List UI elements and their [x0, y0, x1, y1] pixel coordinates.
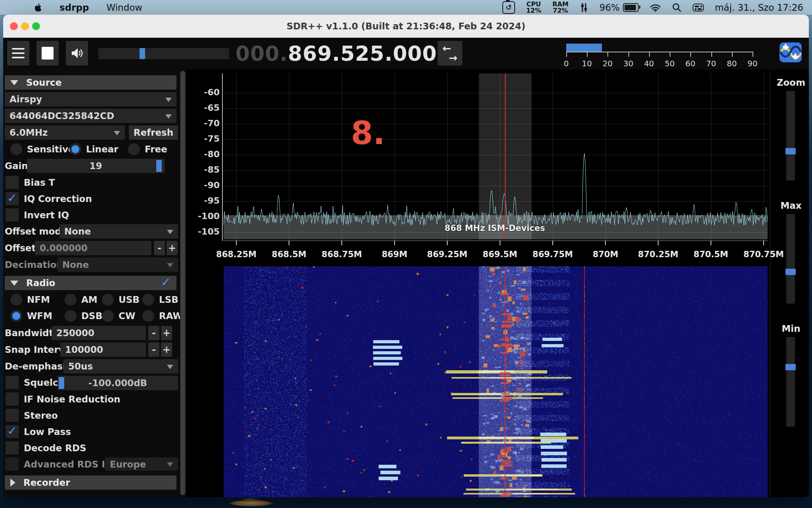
offset-increment-button[interactable]: + — [167, 241, 178, 255]
mode-am[interactable]: AM — [65, 294, 98, 306]
snr-scale-tick — [711, 52, 712, 57]
gain-value: 19 — [27, 159, 165, 173]
wifi-icon[interactable] — [650, 3, 661, 12]
squelch-slider-handle[interactable] — [59, 377, 64, 389]
radio-panel-header[interactable]: Radio ✓ — [5, 276, 176, 290]
recorder-panel-header[interactable]: Recorder — [5, 475, 176, 490]
max-slider-handle[interactable] — [785, 269, 796, 275]
chevron-down-icon — [165, 114, 172, 119]
gain-slider[interactable]: 19 — [27, 159, 165, 173]
mode-label: USB — [119, 294, 140, 305]
desktop-island-image — [229, 500, 273, 506]
mode-nfm[interactable]: NFM — [10, 294, 50, 306]
frequency-display[interactable]: 000.869.525.000 — [241, 39, 431, 68]
source-panel-header[interactable]: Source — [5, 75, 176, 90]
bandwidth-decrement-button[interactable]: - — [148, 326, 159, 340]
gain-mode-linear[interactable]: Linear — [69, 143, 118, 155]
snap-decrement-button[interactable]: - — [148, 343, 159, 357]
gain-mode-sensitive[interactable]: Sensitive — [10, 143, 75, 155]
max-slider[interactable] — [786, 214, 795, 304]
tools-menu-icon[interactable] — [580, 3, 588, 12]
refresh-button[interactable]: Refresh — [129, 125, 178, 140]
squelch-value: -100.000dB — [57, 376, 178, 390]
snap-interval-input[interactable]: 100000 — [60, 343, 146, 357]
gain-slider-handle[interactable] — [156, 160, 162, 172]
sidebar-scrollbar-thumb[interactable] — [180, 71, 185, 495]
clipboard-history-icon[interactable]: ↺ — [502, 1, 515, 14]
zoom-slider[interactable] — [786, 91, 795, 181]
mode-label: DSB — [81, 311, 102, 321]
radio-button-icon[interactable] — [10, 310, 22, 322]
min-slider-handle[interactable] — [785, 364, 796, 370]
bandwidth-input[interactable]: 250000 — [52, 326, 146, 340]
mode-dsb[interactable]: DSB — [65, 310, 102, 322]
mode-wfm[interactable]: WFM — [10, 310, 52, 322]
volume-slider-handle[interactable] — [140, 48, 145, 59]
radio-button-icon[interactable] — [128, 143, 140, 155]
menu-clock[interactable]: máj. 31., Szo 17:26 — [715, 2, 803, 13]
radio-button-icon[interactable] — [10, 143, 22, 155]
x-axis-tick-label: 870M — [582, 250, 629, 259]
radio-button-icon[interactable] — [10, 294, 22, 306]
ram-status[interactable]: RAM 72% — [552, 1, 569, 14]
squelch-checkbox[interactable]: ✓ — [6, 376, 19, 389]
fft-spectrum-canvas[interactable] — [224, 73, 768, 246]
snap-increment-button[interactable]: + — [161, 343, 172, 357]
mode-lsb[interactable]: LSB — [142, 294, 178, 306]
mode-usb[interactable]: USB — [102, 294, 140, 306]
bandwidth-increment-button[interactable]: + — [161, 326, 172, 340]
device-serial-dropdown[interactable]: 644064DC325842CD — [5, 109, 176, 123]
x-axis-tick-label: 869.25M — [423, 250, 471, 259]
sdrpp-logo-icon[interactable] — [779, 42, 802, 62]
radio-button-icon[interactable] — [142, 294, 154, 306]
offset-mode-dropdown[interactable]: None — [59, 224, 178, 239]
radio-panel-title: Radio — [26, 278, 55, 288]
deemphasis-label: De-emphasis — [5, 359, 71, 373]
radio-enabled-checkmark[interactable]: ✓ — [161, 275, 171, 289]
iq-correction-checkbox[interactable]: ✓ — [6, 192, 19, 205]
tuning-mode-button[interactable]: ← → — [438, 41, 462, 65]
radio-button-icon[interactable] — [65, 294, 77, 306]
spotlight-search-icon[interactable] — [672, 3, 682, 12]
decode-rds-checkbox[interactable]: ✓ — [6, 441, 19, 454]
deemphasis-dropdown[interactable]: 50us — [63, 359, 178, 373]
control-center-icon[interactable] — [693, 3, 704, 12]
apple-menu-icon[interactable] — [34, 3, 42, 12]
if-noise-reduction-row: ✓ IF Noise Reduction — [3, 393, 179, 406]
samplerate-dropdown[interactable]: 6.0MHz — [5, 125, 125, 140]
low-pass-checkbox[interactable]: ✓ — [6, 425, 19, 438]
squelch-slider[interactable]: -100.000dB — [57, 376, 178, 390]
offset-input[interactable]: 0.000000 — [35, 241, 151, 255]
radio-button-icon[interactable] — [65, 310, 77, 322]
stop-button[interactable] — [36, 41, 59, 65]
invert-iq-checkbox[interactable]: ✓ — [6, 208, 19, 221]
cpu-status[interactable]: CPU 12% — [526, 1, 541, 14]
min-slider[interactable] — [786, 337, 795, 427]
mode-cw[interactable]: CW — [102, 310, 135, 322]
sidebar-scrollbar[interactable] — [180, 70, 186, 496]
samplerate-value: 6.0MHz — [10, 127, 48, 138]
if-noise-reduction-checkbox[interactable]: ✓ — [6, 393, 19, 406]
gain-mode-free[interactable]: Free — [128, 143, 167, 155]
menu-app-name[interactable]: sdrpp — [59, 2, 89, 13]
menu-window[interactable]: Window — [106, 2, 142, 13]
radio-button-icon[interactable] — [102, 310, 114, 322]
max-slider-label: Max — [769, 200, 809, 211]
title-bar[interactable]: SDR++ v1.1.0 (Built at 21:36:48, Feb 24 … — [3, 15, 809, 38]
zoom-slider-handle[interactable] — [785, 148, 796, 154]
source-device-dropdown[interactable]: Airspy — [5, 92, 176, 106]
stereo-checkbox[interactable]: ✓ — [6, 409, 19, 422]
battery-status[interactable]: 96% — [599, 2, 639, 13]
waterfall-canvas[interactable] — [224, 266, 768, 497]
bias-t-checkbox[interactable]: ✓ — [6, 176, 19, 189]
radio-button-icon[interactable] — [102, 294, 114, 306]
offset-decrement-button[interactable]: - — [154, 241, 165, 255]
mode-raw[interactable]: RAW — [142, 310, 183, 322]
toolbar: 000.869.525.000 ← → 0102030405060708090 — [3, 38, 809, 69]
main-menu-button[interactable] — [7, 41, 29, 65]
radio-button-icon[interactable] — [142, 310, 154, 322]
volume-slider[interactable] — [98, 48, 229, 59]
offset-value: 0.000000 — [40, 243, 88, 253]
mute-button[interactable] — [66, 41, 88, 65]
radio-button-icon[interactable] — [69, 143, 81, 155]
